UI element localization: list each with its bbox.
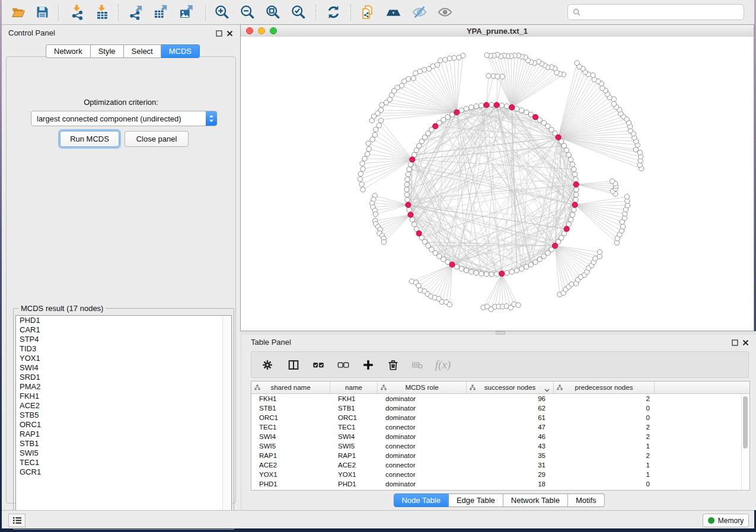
table-cell[interactable]: 1 (554, 443, 655, 450)
tab-style[interactable]: Style (91, 44, 124, 58)
run-mcds-button[interactable]: Run MCDS (60, 131, 119, 147)
import-network-button[interactable] (67, 2, 87, 23)
table-cell[interactable]: 0 (554, 405, 655, 412)
table-cell[interactable]: RAP1 (330, 452, 378, 459)
table-cell[interactable]: dominator (378, 452, 467, 459)
table-cell[interactable]: ACE2 (330, 462, 378, 469)
create-column-button[interactable] (358, 355, 378, 375)
table-cell[interactable]: RAP1 (251, 452, 330, 459)
table-cell[interactable]: SWI5 (330, 443, 378, 450)
table-cell[interactable]: 18 (467, 480, 554, 488)
show-column-panel-button[interactable] (283, 355, 304, 375)
table-cell[interactable]: 0 (554, 414, 655, 421)
save-button[interactable] (32, 2, 52, 23)
tab-motifs[interactable]: Motifs (568, 493, 605, 507)
table-cell[interactable]: FKH1 (330, 395, 378, 402)
mcds-result-item[interactable]: PHD1 (16, 316, 231, 325)
mcds-result-item[interactable]: SRD1 (16, 373, 231, 382)
float-panel-icon[interactable] (215, 30, 222, 37)
table-cell[interactable]: 96 (467, 395, 554, 402)
deselect-all-rows-button[interactable] (333, 355, 353, 375)
mcds-result-item[interactable]: CAR1 (16, 325, 231, 335)
table-cell[interactable]: 1 (554, 471, 655, 478)
table-cell[interactable]: YOX1 (330, 471, 378, 478)
tab-network[interactable]: Network (46, 44, 91, 58)
table-row[interactable]: YOX1YOX1connector291 (251, 470, 749, 479)
table-row[interactable]: RAP1RAP1dominator352 (251, 451, 749, 460)
table-cell[interactable]: dominator (378, 395, 467, 402)
table-cell[interactable]: 47 (467, 424, 554, 431)
table-cell[interactable]: 43 (467, 443, 554, 450)
tab-mcds[interactable]: MCDS (161, 44, 200, 58)
tab-network-table[interactable]: Network Table (503, 493, 568, 507)
mcds-result-item[interactable]: TID3 (16, 344, 231, 354)
select-all-rows-button[interactable] (308, 355, 328, 375)
column-header-predecessor-nodes[interactable]: predecessor nodes (554, 382, 655, 393)
tab-select[interactable]: Select (124, 44, 161, 58)
table-row[interactable]: SWI4SWI4dominator462 (251, 432, 749, 441)
mcds-result-item[interactable]: STB1 (16, 439, 231, 448)
float-panel-icon[interactable] (731, 339, 738, 346)
mcds-result-item[interactable]: TEC1 (16, 458, 231, 467)
tab-node-table[interactable]: Node Table (393, 493, 449, 507)
table-cell[interactable]: connector (378, 443, 467, 450)
maximize-window-traffic-light[interactable] (270, 27, 277, 34)
table-cell[interactable]: 1 (554, 462, 655, 469)
optimization-criterion-select[interactable]: largest connected component (undirected) (31, 111, 217, 126)
zoom-out-button[interactable] (237, 2, 257, 23)
mcds-result-item[interactable]: GCR1 (16, 467, 231, 477)
import-table-button[interactable] (92, 2, 112, 23)
table-cell[interactable]: STB1 (330, 405, 378, 412)
mcds-result-item[interactable]: SWI5 (16, 448, 231, 458)
table-cell[interactable]: 62 (467, 405, 554, 412)
export-network-button[interactable] (125, 2, 145, 23)
table-cell[interactable]: SWI5 (251, 443, 330, 450)
function-builder-button[interactable]: f(x) (433, 355, 453, 375)
table-row[interactable]: ACE2ACE2connector311 (251, 460, 749, 470)
memory-button[interactable]: Memory (703, 514, 749, 527)
table-cell[interactable]: TEC1 (330, 424, 378, 431)
export-image-button[interactable] (176, 2, 196, 23)
minimize-window-traffic-light[interactable] (258, 27, 265, 34)
table-cell[interactable]: SWI4 (251, 433, 330, 440)
table-row[interactable]: FKH1FKH1dominator962 (251, 394, 749, 403)
table-cell[interactable]: 35 (467, 452, 554, 459)
network-canvas[interactable] (241, 37, 754, 331)
table-cell[interactable]: connector (378, 462, 467, 469)
table-row[interactable]: PHD1PHD1dominator180 (251, 479, 749, 489)
table-settings-button[interactable] (257, 355, 277, 375)
table-cell[interactable]: dominator (378, 433, 467, 440)
table-row[interactable]: STB1STB1dominator620 (251, 403, 749, 413)
zoom-fit-button[interactable] (263, 2, 283, 23)
export-table-button[interactable] (150, 2, 170, 23)
table-cell[interactable]: dominator (378, 480, 467, 488)
mcds-result-item[interactable]: RAP1 (16, 430, 231, 439)
delete-table-button[interactable] (407, 355, 428, 375)
mcds-result-item[interactable]: ORC1 (16, 420, 231, 430)
table-cell[interactable]: STB1 (251, 405, 330, 412)
close-panel-button[interactable]: Close panel (125, 131, 189, 147)
task-history-button[interactable] (8, 514, 25, 527)
table-cell[interactable]: 2 (554, 452, 655, 459)
column-header-mcds-role[interactable]: MCDS role (378, 382, 467, 393)
table-row[interactable]: ORC1ORC1dominator610 (251, 413, 749, 422)
open-file-button[interactable] (8, 2, 28, 23)
table-cell[interactable]: 61 (467, 414, 554, 421)
first-neighbors-button[interactable] (383, 2, 403, 23)
table-cell[interactable]: ORC1 (330, 414, 378, 421)
mcds-result-item[interactable]: FKH1 (16, 392, 231, 401)
mcds-result-item[interactable]: STB5 (16, 411, 231, 420)
mcds-result-item[interactable]: ACE2 (16, 401, 231, 411)
close-panel-icon[interactable] (742, 339, 749, 346)
mcds-result-item[interactable]: SWI4 (16, 363, 231, 373)
table-cell[interactable]: 2 (554, 424, 655, 431)
table-row[interactable]: TEC1TEC1connector472 (251, 422, 749, 432)
mcds-result-item[interactable]: PMA2 (16, 382, 231, 392)
close-panel-icon[interactable] (226, 30, 233, 37)
mcds-list-scrollbar[interactable] (222, 316, 231, 527)
table-scrollbar[interactable] (741, 394, 749, 490)
table-cell[interactable]: ORC1 (251, 414, 330, 421)
duplicate-network-button[interactable] (357, 2, 377, 23)
show-all-button[interactable] (435, 2, 455, 23)
table-cell[interactable]: 0 (554, 480, 655, 488)
